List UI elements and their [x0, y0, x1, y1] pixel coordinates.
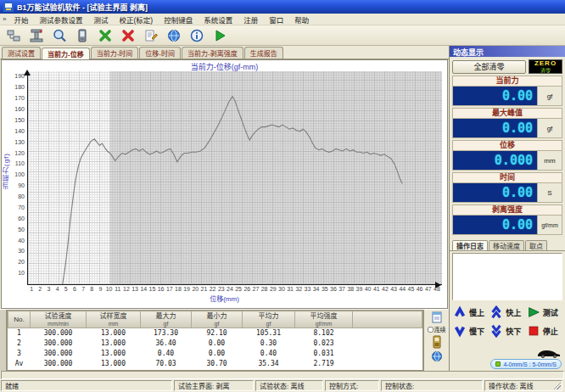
jog-speed-pill[interactable]: 4-0mm/S : 5-0mm/S — [490, 359, 562, 369]
report-icon[interactable] — [431, 311, 443, 323]
x-axis-tick: 17 — [166, 286, 173, 292]
x-axis-tick: 41 — [373, 286, 380, 292]
x-axis-tick: 44 — [399, 286, 406, 292]
network-icon[interactable] — [3, 26, 24, 44]
calibrate-icon[interactable] — [141, 26, 161, 44]
x-axis-tick: 16 — [158, 286, 165, 292]
chart-panel: 当前力-位移(gf-mm) 当前力(gf) 190180170160150140… — [1, 59, 448, 309]
disconnect-icon[interactable] — [118, 26, 138, 44]
y-axis-arrow — [24, 66, 31, 76]
fast-up-icon — [489, 305, 503, 319]
menu-control-keypad[interactable]: 控制键盘 — [159, 14, 198, 25]
tab-pick-points[interactable]: 取点 — [525, 240, 547, 250]
table-row-average[interactable]: Av300.00013.00070.0330.7035.342.719 — [8, 359, 422, 369]
table-header-row: No. 试验速度mm/min 试样宽度mm 最大力gf 最小力gf 平均力gf … — [8, 311, 422, 328]
tab-generate-report[interactable]: 生成报告 — [244, 47, 283, 59]
status-ready: 就绪 — [1, 380, 172, 391]
slow-up-button[interactable]: 慢上 — [453, 305, 488, 319]
menu-start[interactable]: 开始 — [8, 14, 33, 25]
zoom-icon[interactable] — [49, 26, 70, 44]
connect-icon[interactable] — [95, 26, 115, 44]
log-tabs: 操作日志 移动速度 取点 — [450, 238, 565, 251]
tab-move-speed[interactable]: 移动速度 — [489, 240, 524, 250]
speed-status-icon — [495, 361, 501, 367]
jog-controls: 慢上 快上 测试 慢下 快下 停止 — [450, 302, 565, 339]
slow-down-icon — [453, 324, 467, 338]
tab-operation-log[interactable]: 操作日志 — [452, 240, 488, 250]
device-icon[interactable] — [72, 26, 92, 44]
x-axis-tick: 45 — [407, 286, 414, 292]
x-axis-title: 位移(mm) — [2, 294, 447, 303]
x-axis-tick: 20 — [192, 286, 199, 292]
car-icon — [536, 349, 562, 358]
resize-grip[interactable] — [553, 382, 561, 389]
col-avg-force: 平均力 — [259, 312, 279, 320]
x-axis-tick: 4 — [56, 286, 59, 292]
menu-system-settings[interactable]: 系统设置 — [199, 14, 238, 25]
menu-help[interactable]: 帮助 — [289, 14, 314, 25]
live-display-panel: 动态显示 全部清零 ZERO 清零 当前力 0.00 gf 最大峰值 0.00 … — [449, 46, 565, 371]
display-label: 当前力 — [452, 76, 562, 86]
stop-icon — [527, 324, 540, 338]
x-axis-tick: 1 — [30, 286, 33, 292]
tab-displacement-time[interactable]: 位移-时间 — [139, 47, 181, 59]
info-icon[interactable] — [187, 26, 207, 44]
y-axis-tick: 130 — [14, 139, 25, 146]
col-speed: 试验速度 — [45, 312, 72, 320]
zero-button[interactable]: ZERO 清零 — [529, 59, 562, 74]
globe-icon[interactable] — [164, 26, 184, 44]
y-axis-tick: 60 — [18, 216, 25, 222]
tab-force-peel-strength[interactable]: 当前力-剥离强度 — [182, 47, 243, 59]
menu-test-params[interactable]: 测试参数设置 — [34, 14, 87, 25]
x-axis-tick: 18 — [175, 286, 182, 292]
start-test-icon[interactable] — [210, 26, 230, 44]
tab-force-time[interactable]: 当前力-时间 — [91, 47, 139, 59]
display-value: 0.00 — [453, 87, 538, 105]
stop-button[interactable]: 停止 — [527, 324, 562, 338]
menu-window[interactable]: 窗口 — [264, 14, 288, 25]
continuous-checkbox-box[interactable] — [428, 327, 434, 333]
clear-all-button[interactable]: 全部清零 — [452, 60, 526, 74]
continuous-label: 连续 — [434, 325, 446, 333]
x-axis-tick: 22 — [210, 286, 216, 292]
y-axis-tick: 50 — [18, 227, 25, 233]
tab-test-setup[interactable]: 测试设置 — [2, 47, 41, 59]
continuous-checkbox[interactable]: 连续 — [428, 325, 446, 333]
menu-overflow-icon[interactable]: » — [3, 15, 6, 23]
fast-up-button[interactable]: 快上 — [489, 305, 524, 319]
view-tabs: 测试设置 当前力-位移 当前力-时间 位移-时间 当前力-剥离强度 生成报告 — [0, 46, 449, 59]
zero-button-sub: 清零 — [540, 67, 551, 74]
machine-icon[interactable] — [26, 26, 47, 44]
status-main-screen: 试验主界面: 剥离 — [174, 380, 254, 391]
tab-force-displacement[interactable]: 当前力-位移 — [42, 48, 90, 59]
table-row[interactable]: 3300.00013.0000.400.000.400.031 — [8, 349, 422, 359]
results-table: No. 试验速度mm/min 试样宽度mm 最大力gf 最小力gf 平均力gf … — [7, 310, 423, 371]
menu-register[interactable]: 注册 — [238, 14, 263, 25]
main-area: 测试设置 当前力-位移 当前力-时间 位移-时间 当前力-剥离强度 生成报告 当… — [0, 46, 565, 371]
y-axis-tick: 90 — [18, 182, 25, 189]
menu-calibration[interactable]: 校正(标定) — [115, 14, 159, 25]
fast-down-button[interactable]: 快下 — [489, 324, 524, 338]
operation-log-list[interactable] — [452, 253, 562, 300]
x-axis-tick: 10 — [106, 286, 113, 292]
table-tools-strip: 连续 — [423, 310, 449, 371]
x-axis-tick: 23 — [218, 286, 225, 292]
table-row[interactable]: 1300.00013.000173.3092.10105.318.102 — [8, 328, 422, 339]
test-start-button[interactable]: 测试 — [527, 305, 562, 319]
app-icon — [3, 2, 14, 12]
x-axis-tick: 38 — [347, 286, 354, 292]
table-row[interactable]: 2300.00013.00036.400.000.300.023 — [8, 339, 422, 349]
x-axis-tick: 13 — [131, 286, 138, 292]
x-axis-tick: 12 — [123, 286, 130, 292]
slow-down-button[interactable]: 慢下 — [453, 324, 488, 338]
y-axis-tick: 80 — [18, 193, 25, 200]
title-bar: B1万能试验机软件 - [试验主界面 剥离] — [0, 0, 565, 14]
x-axis-tick: 46 — [417, 286, 423, 292]
display-unit: gf/mm — [538, 216, 562, 234]
handheld-icon[interactable] — [431, 335, 443, 349]
menu-test[interactable]: 测试 — [88, 14, 113, 25]
x-axis-tick: 6 — [73, 286, 76, 292]
globe-small-icon[interactable] — [431, 350, 443, 362]
speed-indicator-area: 4-0mm/S : 5-0mm/S — [450, 349, 565, 371]
x-axis-tick: 39 — [355, 286, 362, 292]
